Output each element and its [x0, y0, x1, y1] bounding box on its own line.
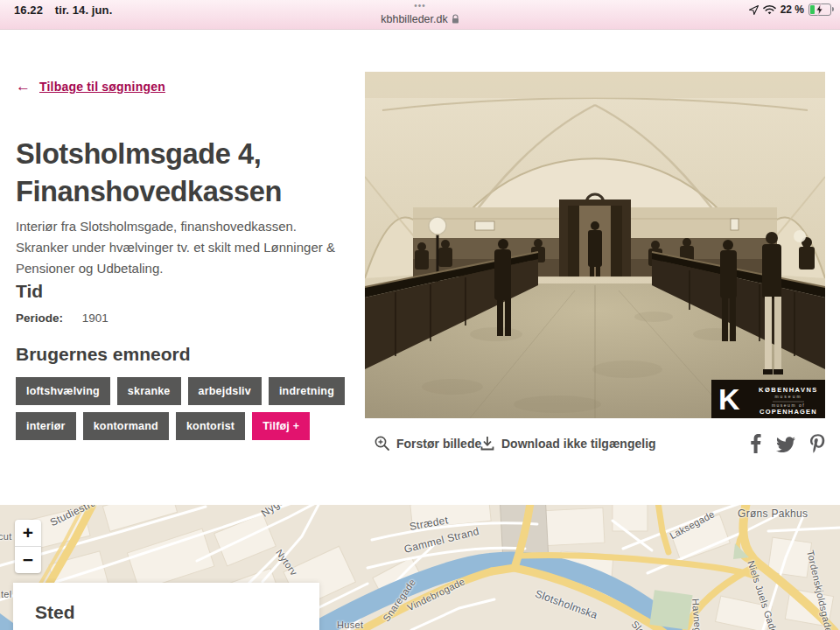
battery-icon — [808, 4, 831, 16]
museum-logo: K KØBENHAVNS museum museum of COPENHAGEN — [711, 380, 825, 418]
tag-kontorist[interactable]: kontorist — [176, 412, 245, 440]
share-buttons — [751, 434, 825, 453]
photo-illustration: K KØBENHAVNS museum museum of COPENHAGEN — [365, 72, 825, 418]
battery-percent: 22 % — [780, 4, 804, 16]
tag-arbejdsliv[interactable]: arbejdsliv — [188, 377, 262, 405]
description-text: Interiør fra Slotsholmsgade, finanshoved… — [16, 216, 341, 279]
download-unavailable-button[interactable]: Download ikke tilgængelig — [480, 436, 656, 451]
svg-text:K: K — [718, 382, 740, 416]
status-icons: 22 % — [749, 4, 831, 16]
location-arrow-icon — [749, 5, 759, 15]
enlarge-image-button[interactable]: Forstør billede — [374, 436, 481, 451]
screen: 16.22 tir. 14. jun. ••• kbhbilleder.dk 2… — [0, 0, 840, 630]
url-bar[interactable]: kbhbilleder.dk — [0, 13, 840, 25]
enlarge-image-label: Forstør billede — [396, 437, 481, 451]
zoom-out-button[interactable]: − — [15, 547, 41, 573]
location-map[interactable]: Studiestræde Nygade Nytorv Strædet Gamme… — [0, 505, 840, 630]
street-label-fragment: cut — [0, 531, 12, 542]
sted-heading: Sted — [35, 602, 319, 623]
download-icon — [480, 436, 494, 451]
map-zoom-control: + − — [15, 520, 41, 573]
street-label-fragment: tel — [1, 589, 12, 599]
pinterest-icon[interactable] — [810, 434, 825, 453]
back-link-label: Tilbage til søgningen — [39, 80, 165, 94]
svg-text:museum: museum — [774, 394, 802, 399]
center-door — [559, 200, 631, 276]
tag-skranke[interactable]: skranke — [117, 377, 181, 405]
tag-indretning[interactable]: indretning — [269, 377, 345, 405]
tag-loftshvaelving[interactable]: loftshvælving — [16, 377, 110, 405]
back-to-search-link[interactable]: ←Tilbage til søgningen — [16, 78, 165, 95]
globe-lamp — [429, 217, 446, 234]
wifi-icon — [763, 5, 776, 15]
url-text: kbhbilleder.dk — [381, 13, 447, 25]
sted-panel: Sted — [13, 583, 319, 630]
period-value: 1901 — [82, 312, 108, 325]
back-arrow-icon: ← — [16, 78, 31, 95]
status-bar: 16.22 tir. 14. jun. ••• kbhbilleder.dk 2… — [0, 0, 840, 30]
place-label: Huset — [337, 620, 363, 630]
svg-text:COPENHAGEN: COPENHAGEN — [760, 408, 817, 416]
download-unavailable-label: Download ikke tilgængelig — [501, 437, 656, 451]
lock-icon — [452, 14, 459, 24]
magnifier-plus-icon — [374, 436, 389, 451]
tag-kontormand[interactable]: kontormand — [83, 412, 169, 440]
photo-actions: Forstør billede Download ikke tilgængeli… — [365, 436, 825, 460]
period-row: Periode: 1901 — [16, 312, 108, 325]
zoom-in-button[interactable]: + — [15, 520, 41, 547]
add-tag-button[interactable]: Tilføj + — [252, 412, 310, 440]
svg-text:KØBENHAVNS: KØBENHAVNS — [759, 386, 818, 394]
facebook-icon[interactable] — [751, 434, 761, 453]
section-heading-tags: Brugernes emneord — [16, 344, 191, 365]
place-label: Grøns Pakhus — [738, 508, 808, 520]
page-title: Slotsholmsgade 4, Finanshovedkassen — [16, 135, 276, 210]
record-photo[interactable]: K KØBENHAVNS museum museum of COPENHAGEN — [365, 72, 825, 418]
tag-interioer[interactable]: interiør — [16, 412, 76, 440]
period-label: Periode: — [16, 312, 63, 325]
wall-sign — [475, 221, 494, 230]
tab-dots: ••• — [0, 1, 840, 10]
tag-list: loftshvælving skranke arbejdsliv indretn… — [16, 377, 353, 440]
twitter-icon[interactable] — [776, 436, 795, 452]
section-heading-time: Tid — [16, 281, 43, 302]
